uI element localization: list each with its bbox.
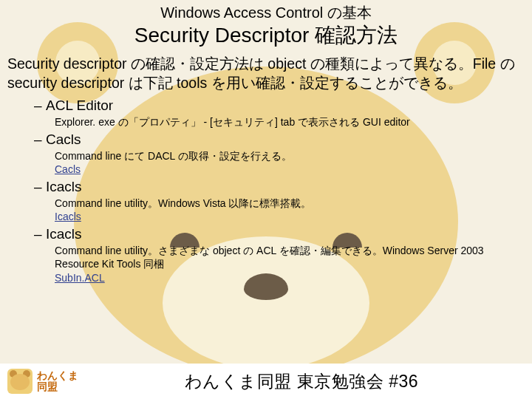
list-item: Cacls Command line にて DACL の取得・設定を行える。 C… <box>34 132 525 176</box>
footer-logo-text: わんくま 同盟 <box>37 370 78 392</box>
slide-supertitle: Windows Access Control の基本 <box>7 3 525 23</box>
tool-link[interactable]: SubIn.ACL <box>55 272 105 284</box>
tool-name: ACL Editor <box>34 98 525 114</box>
footer-logo: わんくま 同盟 <box>7 369 78 394</box>
tool-link[interactable]: Cacls <box>55 163 81 175</box>
tool-name: Icacls <box>34 179 525 195</box>
slide-content: Windows Access Control の基本 Security Desc… <box>0 0 532 364</box>
list-item: Icacls Command line utility。Windows Vist… <box>34 179 525 223</box>
tool-description: Explorer. exe の「プロパティ」 - [セキュリティ] tab で表… <box>55 115 525 129</box>
tool-description: Command line にて DACL の取得・設定を行える。 <box>55 149 525 163</box>
slide-title: Security Descriptor 確認方法 <box>7 21 525 50</box>
wankuma-bear-icon <box>7 369 33 394</box>
slide-footer: わんくま 同盟 わんくま同盟 東京勉強会 #36 <box>0 364 532 399</box>
tool-name: Icacls <box>34 226 525 242</box>
footer-session-title: わんくま同盟 東京勉強会 #36 <box>78 370 525 393</box>
list-item: ACL Editor Explorer. exe の「プロパティ」 - [セキュ… <box>34 98 525 129</box>
list-item: Icacls Command line utility。さまざまな object… <box>34 226 525 284</box>
slide-intro-paragraph: Security descriptor の確認・設定方法は object の種類… <box>7 54 523 93</box>
logo-text-line2: 同盟 <box>37 381 78 392</box>
tool-link[interactable]: Icacls <box>55 211 81 222</box>
tool-list: ACL Editor Explorer. exe の「プロパティ」 - [セキュ… <box>34 98 525 284</box>
tool-name: Cacls <box>34 132 525 148</box>
tool-description: Command line utility。Windows Vista 以降に標準… <box>55 197 525 210</box>
logo-text-line1: わんくま <box>37 370 78 381</box>
tool-description: Command line utility。さまざまな object の ACL … <box>55 244 525 270</box>
